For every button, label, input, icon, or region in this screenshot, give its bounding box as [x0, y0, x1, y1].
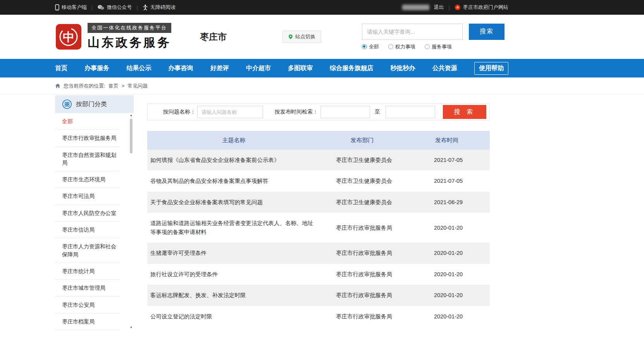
sidebar-item-urban-management[interactable]: 枣庄市城市管理局 — [55, 280, 120, 296]
radio-selected-icon — [362, 44, 367, 49]
row-department: 枣庄市行政审批服务局 — [320, 224, 404, 232]
scroll-up-icon[interactable]: ▲ — [130, 114, 133, 117]
sidebar-list: 全部 枣庄市行政审批服务局 枣庄市自然资源和规划局 枣庄市生态环境局 枣庄市司法… — [55, 113, 134, 330]
sidebar-item-all[interactable]: 全部 — [55, 113, 120, 130]
site-switch-button[interactable]: 站点切换 — [282, 31, 321, 43]
radio-service-label: 服务事项 — [432, 43, 452, 50]
row-department: 枣庄市卫生健康委员会 — [320, 198, 404, 206]
radio-power-label: 权力事项 — [395, 43, 415, 50]
nav-results[interactable]: 结果公示 — [126, 64, 151, 72]
nav-flagship-store[interactable]: 综合服务旗舰店 — [330, 64, 373, 72]
keyword-search-input[interactable] — [362, 24, 463, 40]
scrollbar-thumb[interactable] — [130, 119, 133, 153]
table-row: 道路运输和道路运输相关业务经营者变更法定代表人、名称、地址等事项的备案申请材料 … — [147, 213, 490, 242]
wechat-icon — [97, 5, 104, 10]
sidebar-item-public-security[interactable]: 枣庄市公安局 — [55, 297, 120, 313]
sidebar-item-civil-defense[interactable]: 枣庄市人民防空办公室 — [55, 205, 120, 222]
shandong-seal-icon: 中 — [55, 23, 83, 51]
row-department: 枣庄市行政审批服务局 — [320, 291, 404, 299]
main-nav: 首页 办事服务 结果公示 办事咨询 好差评 中介超市 多图联审 综合服务旗舰店 … — [0, 59, 644, 77]
row-date: 2020-01-20 — [404, 270, 490, 279]
table-row: 公司设立登记的法定时限 枣庄市行政审批服务局 2020-01-20 — [147, 306, 490, 327]
radio-power-matters[interactable]: 权力事项 — [388, 43, 415, 50]
breadcrumb-current: 常见问题 — [127, 83, 148, 89]
row-title-link[interactable]: 谷物及其制品的食品安全标准备案重点事项解答 — [147, 170, 320, 191]
table-row: 谷物及其制品的食品安全标准备案重点事项解答 枣庄市卫生健康委员会 2021-07… — [147, 170, 490, 191]
location-pin-icon — [288, 34, 293, 40]
sidebar-item-petition[interactable]: 枣庄市信访局 — [55, 222, 120, 238]
row-date: 2020-01-20 — [404, 312, 490, 321]
sidebar-item-statistics[interactable]: 枣庄市统计局 — [55, 263, 120, 280]
row-date: 2021-07-05 — [404, 156, 490, 164]
sidebar-item-hr-social-security[interactable]: 枣庄市人力资源和社会保障局 — [55, 238, 120, 263]
sidebar-item-archives[interactable]: 枣庄市档案局 — [55, 313, 120, 330]
question-name-input[interactable] — [197, 106, 263, 118]
nav-reviews[interactable]: 好差评 — [210, 64, 229, 72]
row-date: 2020-01-20 — [404, 291, 490, 299]
date-to-label: 至 — [375, 108, 380, 115]
breadcrumb-prefix: 您当前所在的位置: — [64, 83, 105, 89]
nav-help[interactable]: 使用帮助 — [474, 62, 508, 75]
row-title-link[interactable]: 公司设立登记的法定时限 — [147, 306, 320, 327]
svg-text:中: 中 — [63, 31, 74, 43]
row-date: 2020-01-20 — [404, 249, 490, 257]
department-category-icon — [62, 99, 72, 109]
radio-all[interactable]: 全部 — [362, 43, 379, 50]
row-department: 枣庄市卫生健康委员会 — [320, 177, 404, 185]
nav-consultation[interactable]: 办事咨询 — [169, 64, 193, 72]
sidebar-scrollbar[interactable]: ▲ ▼ — [129, 113, 134, 330]
scroll-down-icon[interactable]: ▼ — [130, 326, 133, 329]
row-department: 枣庄市行政审批服务局 — [320, 270, 404, 279]
row-title-link[interactable]: 道路运输和道路运输相关业务经营者变更法定代表人、名称、地址等事项的备案申请材料 — [147, 213, 320, 242]
wechat-link[interactable]: 微信公众号 — [97, 4, 132, 11]
table-row: 旅行社设立许可的受理条件 枣庄市行政审批服务局 2020-01-20 — [147, 264, 490, 285]
nav-intermediary[interactable]: 中介超市 — [246, 64, 271, 72]
sidebar-item-natural-resources[interactable]: 枣庄市自然资源和规划局 — [55, 147, 120, 172]
mobile-client-label: 移动客户端 — [62, 4, 87, 11]
radio-unselected-icon — [388, 44, 393, 49]
nav-home[interactable]: 首页 — [55, 64, 67, 72]
breadcrumb-bar: 您当前所在的位置: 首页 > 常见问题 — [0, 77, 644, 95]
faq-table: 主题名称 发布部门 发布时间 如何填报《山东省食品安全企业标准备案前公示表》 枣… — [147, 131, 490, 327]
row-title-link[interactable]: 生猪屠宰许可受理条件 — [147, 242, 320, 263]
separator: | — [91, 5, 93, 10]
sidebar-header: 按部门分类 — [55, 95, 134, 113]
nav-services[interactable]: 办事服务 — [84, 64, 109, 72]
row-title-link[interactable]: 如何填报《山东省食品安全企业标准备案前公示表》 — [147, 150, 320, 170]
row-title-link[interactable]: 客运标志牌配发、换发、补发法定时限 — [147, 285, 320, 306]
breadcrumb: 您当前所在的位置: 首页 > 常见问题 — [55, 77, 508, 94]
current-city: 枣庄市 — [200, 31, 227, 43]
keyword-search-button[interactable]: 搜索 — [469, 24, 505, 40]
date-to-input[interactable] — [386, 106, 435, 118]
breadcrumb-home[interactable]: 首页 — [108, 83, 119, 89]
breadcrumb-separator: > — [122, 83, 125, 89]
sidebar-item-justice[interactable]: 枣庄市司法局 — [55, 188, 120, 205]
national-emblem-icon — [455, 4, 461, 10]
separator: | — [449, 5, 450, 10]
sidebar-item-admin-approval[interactable]: 枣庄市行政审批服务局 — [55, 130, 120, 146]
logout-link[interactable]: 退出 — [434, 4, 444, 11]
row-title-link[interactable]: 关于食品安全企业标准备案表填写的常见问题 — [147, 192, 320, 213]
radio-service-matters[interactable]: 服务事项 — [425, 43, 452, 50]
header-topic-name: 主题名称 — [147, 136, 320, 144]
row-department: 枣庄市卫生健康委员会 — [320, 156, 404, 164]
nav-multi-review[interactable]: 多图联审 — [288, 64, 313, 72]
site-logo[interactable]: 中 全国一体化在线政务服务平台 山东政务服务 — [55, 23, 171, 51]
nav-public-resources[interactable]: 公共资源 — [432, 64, 457, 72]
sidebar-item-ecology[interactable]: 枣庄市生态环境局 — [55, 171, 120, 188]
sidebar-title: 按部门分类 — [76, 100, 107, 108]
row-department: 枣庄市行政审批服务局 — [320, 312, 404, 321]
department-sidebar: 按部门分类 全部 枣庄市行政审批服务局 枣庄市自然资源和规划局 枣庄市生态环境局… — [55, 95, 134, 330]
row-title-link[interactable]: 旅行社设立许可的受理条件 — [147, 264, 320, 285]
row-date: 2021-07-05 — [404, 177, 490, 185]
filter-search-button[interactable]: 搜 索 — [443, 105, 486, 119]
date-from-input[interactable] — [320, 106, 370, 118]
nav-instant-approval[interactable]: 秒批秒办 — [391, 64, 415, 72]
mobile-client-link[interactable]: 移动客户端 — [55, 4, 87, 11]
mobile-phone-icon — [55, 4, 59, 10]
portal-link[interactable]: 枣庄市政府门户网站 — [455, 4, 508, 11]
accessibility-link[interactable]: 无障碍阅读 — [143, 4, 176, 11]
separator: | — [136, 5, 138, 10]
publish-time-label: 按发布时间检索： — [275, 108, 318, 115]
username-redacted — [402, 5, 429, 10]
